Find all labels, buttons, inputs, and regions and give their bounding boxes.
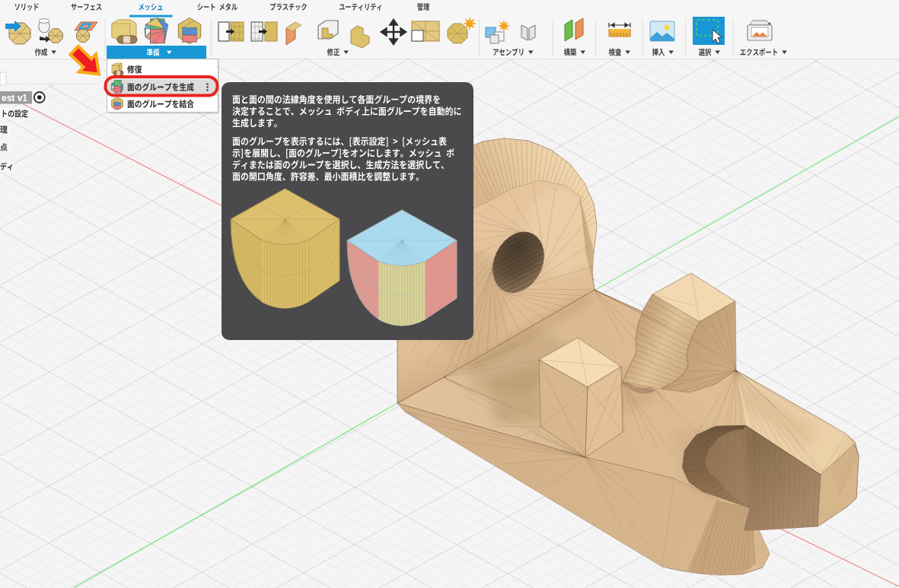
svg-text:est v1: est v1 — [2, 93, 27, 103]
